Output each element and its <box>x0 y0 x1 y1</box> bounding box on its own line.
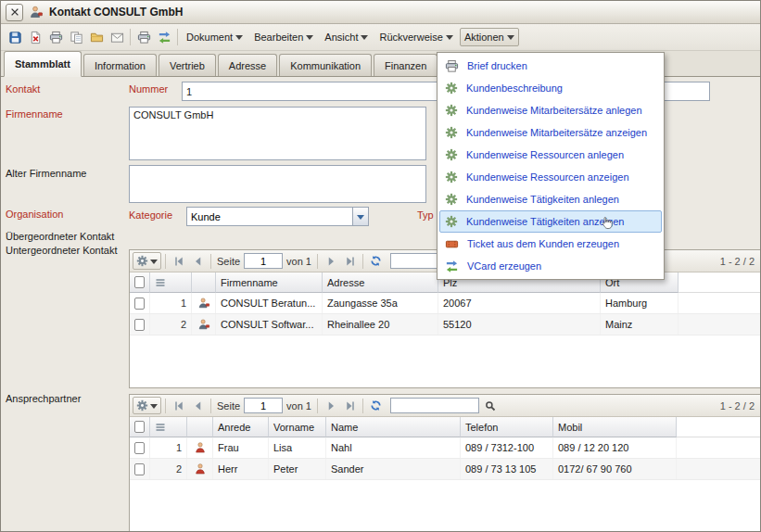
next-page-button[interactable] <box>322 252 339 270</box>
menu-bearbeiten[interactable]: Bearbeiten <box>249 28 318 46</box>
gear-icon <box>445 171 458 184</box>
menu-item-label: Ticket aus dem Kunden erzeugen <box>467 238 619 249</box>
cell-vorname: Lisa <box>269 437 326 458</box>
mail-button[interactable] <box>107 27 127 47</box>
menu-item-kundenbeschreibung[interactable]: Kundenbeschreibung <box>439 77 662 99</box>
tab-information[interactable]: Information <box>83 54 157 76</box>
column-header-anrede[interactable]: Anrede <box>213 417 269 437</box>
alter-firmenname-label: Alter Firmenname <box>6 168 86 179</box>
folder-open-icon <box>90 31 104 44</box>
menu-item-label: VCard erzeugen <box>467 260 541 272</box>
select-all-checkbox[interactable] <box>134 276 145 288</box>
tab-stammblatt[interactable]: Stammblatt <box>4 51 82 77</box>
gear-icon <box>445 215 458 228</box>
gear-icon <box>445 82 458 95</box>
tab-finanzen[interactable]: Finanzen <box>374 54 438 76</box>
column-header-name[interactable]: Name <box>326 417 461 437</box>
icon-column-header[interactable] <box>187 417 213 437</box>
contact-icon <box>29 5 44 19</box>
firmenname-textarea[interactable]: CONSULT GmbH <box>129 107 426 160</box>
menu-item-taetigkeiten-anlegen[interactable]: Kundenweise Tätigkeiten anlegen <box>439 188 662 210</box>
close-button[interactable] <box>6 4 23 21</box>
cell-mobil: 0172/ 67 90 760 <box>553 459 677 479</box>
refresh-button[interactable] <box>367 252 385 270</box>
row-checkbox[interactable] <box>134 319 145 331</box>
column-header-telefon[interactable]: Telefon <box>461 417 553 437</box>
transfer-button[interactable] <box>154 27 174 47</box>
cell-adresse: Rheinallee 20 <box>323 314 438 335</box>
icon-column-header[interactable] <box>192 272 216 293</box>
combo-trigger-button[interactable] <box>352 207 369 226</box>
tab-kommunikation[interactable]: Kommunikation <box>279 54 372 76</box>
gear-icon <box>445 193 458 206</box>
select-all-checkbox[interactable] <box>134 421 145 433</box>
last-page-button[interactable] <box>341 252 359 270</box>
uebergeordneter-kontakt-label: Übergeordneter Kontakt <box>6 231 114 242</box>
toolbar-separator <box>130 29 131 45</box>
row-checkbox[interactable] <box>134 298 145 310</box>
grid-search-input[interactable] <box>390 398 479 413</box>
tab-vertrieb[interactable]: Vertrieb <box>159 54 216 76</box>
printer-button[interactable] <box>133 27 154 47</box>
menu-dokument[interactable]: Dokument <box>182 28 247 46</box>
column-header-adresse[interactable]: Adresse <box>323 272 438 293</box>
kontakt-label: Kontakt <box>6 83 40 95</box>
column-header-vorname[interactable]: Vorname <box>269 417 326 437</box>
menu-item-ressourcen-anzeigen[interactable]: Kundenweise Ressourcen anzeigen <box>439 166 662 188</box>
row-numberer-header[interactable] <box>150 272 192 293</box>
gear-icon <box>136 399 148 412</box>
first-page-button[interactable] <box>170 252 187 270</box>
menu-item-mitarbeitersaetze-anzeigen[interactable]: Kundenweise Mitarbeitersätze anzeigen <box>439 121 662 144</box>
search-icon <box>485 400 496 412</box>
column-header-mobil[interactable]: Mobil <box>553 417 677 437</box>
table-row[interactable]: 1 CONSULT Beratun... Zaungasse 35a 20067… <box>130 293 761 314</box>
menu-item-ticket-erzeugen[interactable]: Ticket aus dem Kunden erzeugen <box>439 233 662 255</box>
kategorie-combobox[interactable] <box>186 207 369 226</box>
table-row[interactable]: 2 Herr Peter Sander 089 / 73 13 105 0172… <box>130 459 761 480</box>
delete-button[interactable] <box>25 27 45 47</box>
menu-ansicht[interactable]: Ansicht <box>320 28 373 46</box>
copy-button[interactable] <box>66 27 86 47</box>
prev-page-button[interactable] <box>189 252 207 270</box>
last-page-button[interactable] <box>341 397 359 414</box>
alter-firmenname-textarea[interactable] <box>129 165 426 203</box>
grid-settings-button[interactable] <box>133 397 161 414</box>
window-title: Kontakt CONSULT GmbH <box>49 6 183 19</box>
last-page-icon <box>345 400 356 412</box>
save-button[interactable] <box>5 27 25 47</box>
menu-item-taetigkeiten-anzeigen[interactable]: Kundenweise Tätigkeiten anzeigen <box>439 210 662 233</box>
cell-ort: Hamburg <box>601 293 679 313</box>
table-row[interactable]: 1 Frau Lisa Nahl 089 / 7312-100 089 / 12… <box>130 437 761 459</box>
next-page-button[interactable] <box>322 397 339 414</box>
menu-item-ressourcen-anlegen[interactable]: Kundenweise Ressourcen anlegen <box>439 144 662 166</box>
page-number-input[interactable] <box>244 253 283 269</box>
menu-item-brief-drucken[interactable]: Brief drucken <box>439 55 662 77</box>
open-folder-button[interactable] <box>86 27 107 47</box>
cell-plz: 20067 <box>438 293 601 313</box>
select-all-header[interactable] <box>130 272 150 293</box>
page-number-input[interactable] <box>244 398 283 413</box>
row-checkbox[interactable] <box>134 463 145 475</box>
prev-page-button[interactable] <box>189 397 207 414</box>
menu-label: Rückverweise <box>379 32 442 43</box>
print-button[interactable] <box>45 27 66 47</box>
table-row[interactable]: 2 CONSULT Softwar... Rheinallee 20 55120… <box>130 314 761 336</box>
mail-icon <box>110 31 124 44</box>
menu-item-mitarbeitersaetze-anlegen[interactable]: Kundenweise Mitarbeitersätze anlegen <box>439 99 662 121</box>
chevron-down-icon <box>306 33 313 41</box>
menu-rueckverweise[interactable]: Rückverweise <box>374 28 457 46</box>
menu-aktionen[interactable]: Aktionen <box>460 28 519 46</box>
refresh-button[interactable] <box>367 397 385 414</box>
column-header-firmenname[interactable]: Firmenname <box>216 272 323 293</box>
row-numberer-header[interactable] <box>150 417 187 437</box>
tab-adresse[interactable]: Adresse <box>218 54 277 76</box>
search-button[interactable] <box>481 397 499 414</box>
grid-settings-button[interactable] <box>133 252 161 270</box>
chevron-down-icon <box>150 402 158 410</box>
person-icon <box>194 441 207 454</box>
row-checkbox[interactable] <box>134 442 145 454</box>
menu-item-vcard-erzeugen[interactable]: VCard erzeugen <box>439 255 662 277</box>
select-all-header[interactable] <box>130 417 150 437</box>
kategorie-input[interactable] <box>186 207 352 226</box>
first-page-button[interactable] <box>170 397 187 414</box>
